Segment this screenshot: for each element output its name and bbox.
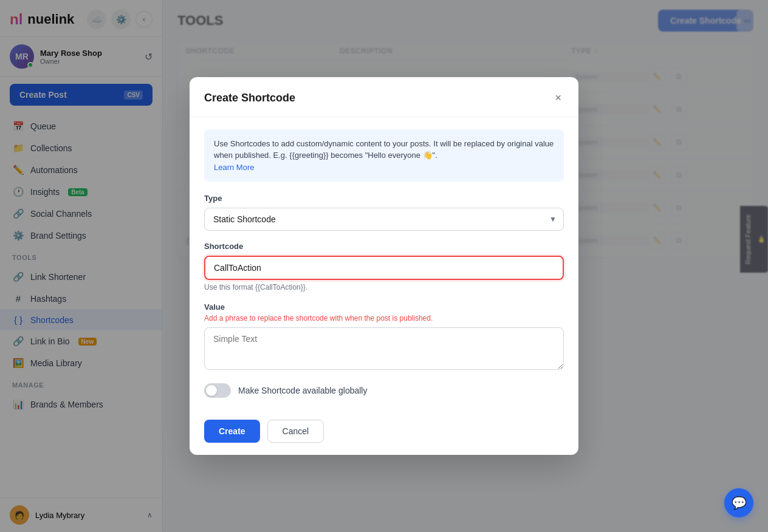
modal-overlay[interactable]: Create Shortcode × Use Shortcodes to add… bbox=[0, 0, 768, 532]
modal-footer: Create Cancel bbox=[190, 410, 578, 455]
info-box: Use Shortcodes to add custom/dynamic con… bbox=[204, 129, 564, 182]
create-shortcode-modal: Create Shortcode × Use Shortcodes to add… bbox=[190, 77, 578, 455]
close-modal-button[interactable]: × bbox=[552, 89, 564, 107]
type-select-wrapper: Static Shortcode Dynamic Shortcode ▼ bbox=[204, 208, 564, 231]
value-hint: Add a phrase to replace the shortcode wi… bbox=[204, 314, 564, 322]
shortcode-hint: Use this format {{CallToAction}}. bbox=[204, 283, 564, 292]
info-text: Use Shortcodes to add custom/dynamic con… bbox=[214, 139, 554, 160]
toggle-label: Make Shortcode available globally bbox=[238, 386, 367, 395]
shortcode-input[interactable] bbox=[204, 256, 564, 280]
learn-more-link[interactable]: Learn More bbox=[214, 163, 254, 172]
value-label: Value bbox=[204, 302, 564, 312]
chat-icon: 💬 bbox=[732, 496, 747, 510]
toggle-row: Make Shortcode available globally bbox=[204, 383, 564, 398]
shortcode-field-group: Shortcode Use this format {{CallToAction… bbox=[204, 242, 564, 292]
globally-available-toggle[interactable] bbox=[204, 383, 231, 398]
modal-header: Create Shortcode × bbox=[190, 77, 578, 117]
type-field-group: Type Static Shortcode Dynamic Shortcode … bbox=[204, 194, 564, 231]
value-field-group: Value Add a phrase to replace the shortc… bbox=[204, 302, 564, 372]
type-label: Type bbox=[204, 194, 564, 203]
modal-title: Create Shortcode bbox=[204, 92, 295, 104]
shortcode-label: Shortcode bbox=[204, 242, 564, 251]
type-select[interactable]: Static Shortcode Dynamic Shortcode bbox=[204, 208, 564, 231]
chat-button[interactable]: 💬 bbox=[724, 488, 753, 517]
value-textarea[interactable] bbox=[204, 327, 564, 370]
cancel-button[interactable]: Cancel bbox=[267, 420, 324, 443]
create-button[interactable]: Create bbox=[204, 420, 260, 443]
toggle-knob bbox=[206, 385, 217, 396]
modal-body: Use Shortcodes to add custom/dynamic con… bbox=[190, 117, 578, 411]
